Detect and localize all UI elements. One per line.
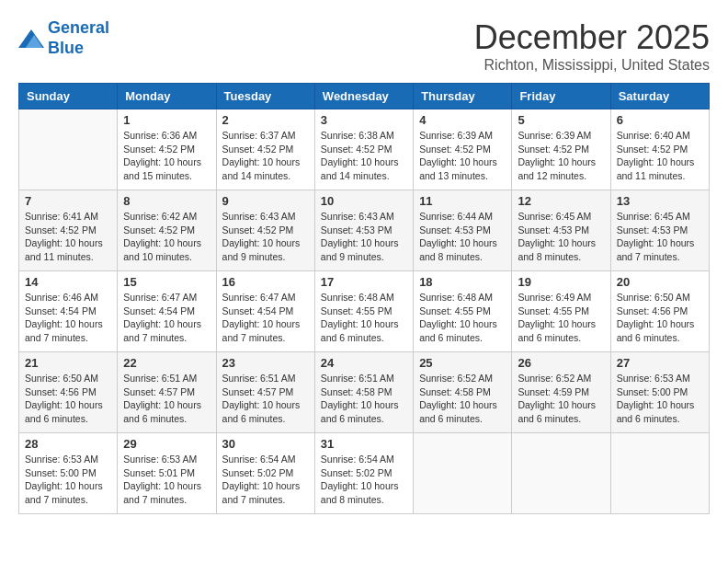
calendar-cell: 8Sunrise: 6:42 AM Sunset: 4:52 PM Daylig…	[118, 190, 216, 271]
month-title: December 2025	[474, 18, 710, 57]
calendar-cell: 13Sunrise: 6:45 AM Sunset: 4:53 PM Dayli…	[610, 190, 709, 271]
day-info: Sunrise: 6:44 AM Sunset: 4:53 PM Dayligh…	[419, 210, 506, 264]
day-info: Sunrise: 6:45 AM Sunset: 4:53 PM Dayligh…	[617, 210, 703, 264]
calendar-cell: 14Sunrise: 6:46 AM Sunset: 4:54 PM Dayli…	[19, 271, 118, 352]
calendar-cell: 15Sunrise: 6:47 AM Sunset: 4:54 PM Dayli…	[118, 271, 216, 352]
calendar-cell: 11Sunrise: 6:44 AM Sunset: 4:53 PM Dayli…	[414, 190, 512, 271]
calendar-cell: 28Sunrise: 6:53 AM Sunset: 5:00 PM Dayli…	[19, 433, 118, 514]
day-info: Sunrise: 6:39 AM Sunset: 4:52 PM Dayligh…	[419, 129, 506, 183]
day-number: 31	[321, 437, 407, 451]
day-info: Sunrise: 6:42 AM Sunset: 4:52 PM Dayligh…	[123, 210, 210, 264]
day-info: Sunrise: 6:43 AM Sunset: 4:52 PM Dayligh…	[222, 210, 309, 264]
logo-text: General Blue	[48, 18, 109, 58]
day-info: Sunrise: 6:37 AM Sunset: 4:52 PM Dayligh…	[222, 129, 309, 183]
week-row-3: 14Sunrise: 6:46 AM Sunset: 4:54 PM Dayli…	[19, 271, 710, 352]
day-info: Sunrise: 6:50 AM Sunset: 4:56 PM Dayligh…	[25, 372, 111, 426]
calendar-cell: 2Sunrise: 6:37 AM Sunset: 4:52 PM Daylig…	[216, 109, 314, 190]
day-header-sunday: Sunday	[19, 84, 118, 109]
calendar-cell: 25Sunrise: 6:52 AM Sunset: 4:58 PM Dayli…	[414, 352, 512, 433]
day-info: Sunrise: 6:47 AM Sunset: 4:54 PM Dayligh…	[123, 291, 210, 345]
day-number: 28	[25, 437, 111, 451]
logo: General Blue	[18, 18, 109, 58]
day-number: 30	[222, 437, 309, 451]
page-header: General Blue December 2025 Richton, Miss…	[18, 18, 710, 74]
day-number: 29	[123, 437, 210, 451]
calendar-cell: 20Sunrise: 6:50 AM Sunset: 4:56 PM Dayli…	[610, 271, 709, 352]
calendar-cell	[610, 433, 709, 514]
calendar-cell	[414, 433, 512, 514]
day-number: 21	[25, 356, 111, 370]
calendar-cell: 29Sunrise: 6:53 AM Sunset: 5:01 PM Dayli…	[118, 433, 216, 514]
calendar-header-row: SundayMondayTuesdayWednesdayThursdayFrid…	[19, 84, 710, 109]
calendar-cell: 6Sunrise: 6:40 AM Sunset: 4:52 PM Daylig…	[610, 109, 709, 190]
day-header-thursday: Thursday	[414, 84, 512, 109]
day-number: 25	[419, 356, 506, 370]
calendar-cell: 27Sunrise: 6:53 AM Sunset: 5:00 PM Dayli…	[610, 352, 709, 433]
day-info: Sunrise: 6:50 AM Sunset: 4:56 PM Dayligh…	[617, 291, 703, 345]
day-number: 7	[25, 194, 111, 208]
week-row-4: 21Sunrise: 6:50 AM Sunset: 4:56 PM Dayli…	[19, 352, 710, 433]
day-info: Sunrise: 6:48 AM Sunset: 4:55 PM Dayligh…	[321, 291, 407, 345]
day-info: Sunrise: 6:39 AM Sunset: 4:52 PM Dayligh…	[518, 129, 604, 183]
calendar-cell: 16Sunrise: 6:47 AM Sunset: 4:54 PM Dayli…	[216, 271, 314, 352]
day-info: Sunrise: 6:49 AM Sunset: 4:55 PM Dayligh…	[518, 291, 604, 345]
day-number: 10	[321, 194, 407, 208]
day-number: 3	[321, 113, 407, 127]
day-info: Sunrise: 6:47 AM Sunset: 4:54 PM Dayligh…	[222, 291, 309, 345]
day-info: Sunrise: 6:53 AM Sunset: 5:00 PM Dayligh…	[617, 372, 703, 426]
logo-icon	[18, 28, 44, 50]
day-info: Sunrise: 6:51 AM Sunset: 4:58 PM Dayligh…	[321, 372, 407, 426]
day-info: Sunrise: 6:38 AM Sunset: 4:52 PM Dayligh…	[321, 129, 407, 183]
day-number: 14	[25, 275, 111, 289]
day-number: 24	[321, 356, 407, 370]
day-header-friday: Friday	[512, 84, 610, 109]
calendar-cell: 31Sunrise: 6:54 AM Sunset: 5:02 PM Dayli…	[314, 433, 413, 514]
calendar-cell: 1Sunrise: 6:36 AM Sunset: 4:52 PM Daylig…	[118, 109, 216, 190]
day-info: Sunrise: 6:45 AM Sunset: 4:53 PM Dayligh…	[518, 210, 604, 264]
day-info: Sunrise: 6:52 AM Sunset: 4:59 PM Dayligh…	[518, 372, 604, 426]
calendar-cell: 4Sunrise: 6:39 AM Sunset: 4:52 PM Daylig…	[414, 109, 512, 190]
calendar-cell: 17Sunrise: 6:48 AM Sunset: 4:55 PM Dayli…	[314, 271, 413, 352]
calendar-cell: 21Sunrise: 6:50 AM Sunset: 4:56 PM Dayli…	[19, 352, 118, 433]
day-info: Sunrise: 6:36 AM Sunset: 4:52 PM Dayligh…	[123, 129, 210, 183]
week-row-5: 28Sunrise: 6:53 AM Sunset: 5:00 PM Dayli…	[19, 433, 710, 514]
day-info: Sunrise: 6:54 AM Sunset: 5:02 PM Dayligh…	[222, 453, 309, 507]
day-number: 13	[617, 194, 703, 208]
day-info: Sunrise: 6:52 AM Sunset: 4:58 PM Dayligh…	[419, 372, 506, 426]
day-number: 20	[617, 275, 703, 289]
calendar-cell: 19Sunrise: 6:49 AM Sunset: 4:55 PM Dayli…	[512, 271, 610, 352]
day-info: Sunrise: 6:53 AM Sunset: 5:01 PM Dayligh…	[123, 453, 210, 507]
day-info: Sunrise: 6:46 AM Sunset: 4:54 PM Dayligh…	[25, 291, 111, 345]
day-number: 23	[222, 356, 309, 370]
day-number: 17	[321, 275, 407, 289]
calendar-cell: 22Sunrise: 6:51 AM Sunset: 4:57 PM Dayli…	[118, 352, 216, 433]
day-number: 9	[222, 194, 309, 208]
day-number: 15	[123, 275, 210, 289]
calendar-cell: 26Sunrise: 6:52 AM Sunset: 4:59 PM Dayli…	[512, 352, 610, 433]
day-number: 5	[518, 113, 604, 127]
calendar-cell: 24Sunrise: 6:51 AM Sunset: 4:58 PM Dayli…	[314, 352, 413, 433]
day-number: 18	[419, 275, 506, 289]
day-header-monday: Monday	[118, 84, 216, 109]
day-info: Sunrise: 6:54 AM Sunset: 5:02 PM Dayligh…	[321, 453, 407, 507]
title-area: December 2025 Richton, Mississippi, Unit…	[474, 18, 710, 74]
day-info: Sunrise: 6:51 AM Sunset: 4:57 PM Dayligh…	[222, 372, 309, 426]
location: Richton, Mississippi, United States	[474, 57, 710, 74]
day-number: 2	[222, 113, 309, 127]
day-number: 12	[518, 194, 604, 208]
day-info: Sunrise: 6:51 AM Sunset: 4:57 PM Dayligh…	[123, 372, 210, 426]
day-number: 16	[222, 275, 309, 289]
calendar-cell: 5Sunrise: 6:39 AM Sunset: 4:52 PM Daylig…	[512, 109, 610, 190]
calendar-cell: 9Sunrise: 6:43 AM Sunset: 4:52 PM Daylig…	[216, 190, 314, 271]
day-number: 22	[123, 356, 210, 370]
day-header-saturday: Saturday	[610, 84, 709, 109]
day-number: 4	[419, 113, 506, 127]
calendar-cell: 10Sunrise: 6:43 AM Sunset: 4:53 PM Dayli…	[314, 190, 413, 271]
day-header-tuesday: Tuesday	[216, 84, 314, 109]
calendar-cell	[512, 433, 610, 514]
week-row-2: 7Sunrise: 6:41 AM Sunset: 4:52 PM Daylig…	[19, 190, 710, 271]
calendar-cell: 23Sunrise: 6:51 AM Sunset: 4:57 PM Dayli…	[216, 352, 314, 433]
calendar-cell: 18Sunrise: 6:48 AM Sunset: 4:55 PM Dayli…	[414, 271, 512, 352]
day-info: Sunrise: 6:40 AM Sunset: 4:52 PM Dayligh…	[617, 129, 703, 183]
calendar-cell: 30Sunrise: 6:54 AM Sunset: 5:02 PM Dayli…	[216, 433, 314, 514]
